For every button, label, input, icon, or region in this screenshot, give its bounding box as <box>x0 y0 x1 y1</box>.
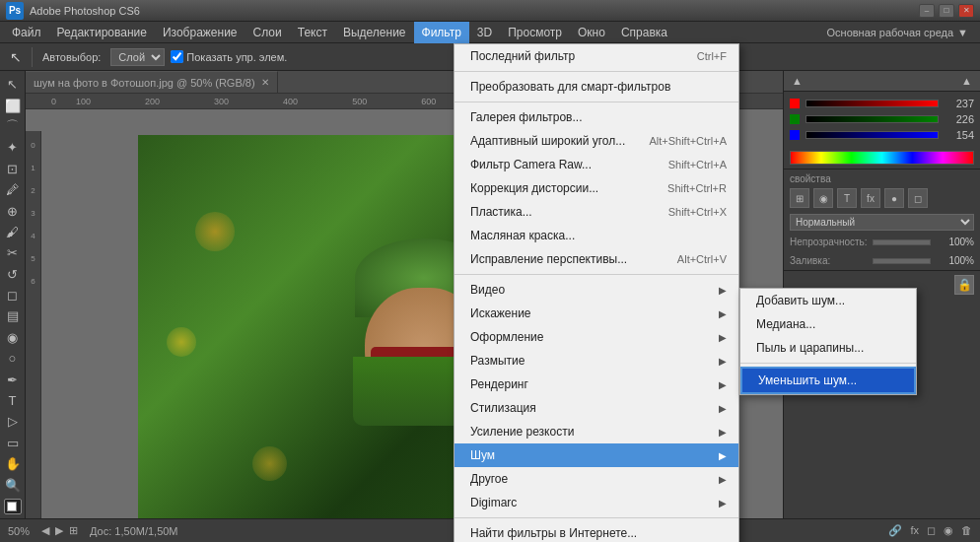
tool-wand[interactable]: ✦ <box>2 138 24 157</box>
tool-clone[interactable]: ✂ <box>2 243 24 262</box>
document-close[interactable]: ✕ <box>261 77 269 88</box>
filter-menu-perspective[interactable]: Исправление перспективы... Alt+Ctrl+V <box>455 247 738 271</box>
blend-mode-select[interactable]: Нормальный <box>790 214 974 231</box>
menu-edit[interactable]: Редактирование <box>49 22 155 43</box>
menu-file[interactable]: Файл <box>4 22 49 43</box>
tool-pen[interactable]: ✒ <box>2 370 24 388</box>
minimize-button[interactable]: – <box>919 4 935 18</box>
tool-type[interactable]: T <box>2 391 24 410</box>
filter-menu-digimarc[interactable]: Digimarc ▶ <box>455 491 738 514</box>
panel-icon-6[interactable]: ◻ <box>908 188 928 208</box>
document-tab[interactable]: шум на фото в Фотошоп.jpg @ 50% (RGB/8) … <box>26 71 278 93</box>
tool-gradient[interactable]: ▤ <box>2 306 24 325</box>
filter-dropdown-overlay: Последний фильтр Ctrl+F Преобразовать дл… <box>454 43 739 542</box>
color-spectrum[interactable] <box>790 151 974 165</box>
color-swatch-r <box>790 99 800 108</box>
tool-blur[interactable]: ◉ <box>2 328 24 347</box>
filter-menu-liquefy[interactable]: Пластика... Shift+Ctrl+X <box>455 200 738 224</box>
status-controls: ◀ ▶ ⊞ <box>41 524 78 537</box>
autoselect-dropdown[interactable]: Слой <box>110 48 165 66</box>
tool-shape[interactable]: ▭ <box>2 434 24 452</box>
tool-zoom[interactable]: 🔍 <box>2 475 24 494</box>
menu-layers[interactable]: Слои <box>245 22 290 43</box>
panel-icon-1[interactable]: ⊞ <box>790 188 809 208</box>
menu-separator-4 <box>455 517 738 518</box>
ruler-vertical: 0 1 2 3 4 5 6 <box>26 131 41 518</box>
tool-history[interactable]: ↺ <box>2 265 24 284</box>
fill-row: Заливка: 100% <box>784 251 980 270</box>
tool-dodge[interactable]: ○ <box>2 349 24 368</box>
menu-separator-1 <box>455 71 738 72</box>
color-row-b: 154 <box>790 129 974 141</box>
menu-help[interactable]: Справка <box>613 22 675 43</box>
menu-separator-2 <box>455 102 738 102</box>
noise-median[interactable]: Медиана... <box>740 312 916 336</box>
lock-icon[interactable]: 🔒 <box>954 275 974 295</box>
zoom-level: 50% <box>8 525 30 537</box>
tool-path-select[interactable]: ▷ <box>2 412 24 431</box>
filter-menu-stylize[interactable]: Оформление ▶ <box>455 325 738 349</box>
filter-menu-video[interactable]: Видео ▶ <box>455 278 738 302</box>
tool-heal[interactable]: ⊕ <box>2 201 24 220</box>
color-display: 237 226 154 <box>784 92 980 147</box>
menu-select[interactable]: Выделение <box>335 22 414 43</box>
tool-move[interactable]: ↖ <box>2 75 24 94</box>
menu-filter[interactable]: Фильтр <box>414 22 469 43</box>
tool-hand[interactable]: ✋ <box>2 454 24 473</box>
color-swatch-b <box>790 130 800 140</box>
menu-view[interactable]: Просмотр <box>500 22 570 43</box>
tool-brush[interactable]: 🖌 <box>2 223 24 241</box>
panel-icon-3[interactable]: T <box>837 188 857 208</box>
filter-menu-other[interactable]: Другое ▶ <box>455 467 738 491</box>
color-slider-r[interactable] <box>805 100 939 107</box>
menu-text[interactable]: Текст <box>290 22 335 43</box>
tool-foreground-color[interactable] <box>4 499 22 514</box>
filter-menu-last-filter[interactable]: Последний фильтр Ctrl+F <box>455 44 738 68</box>
noise-reduce[interactable]: Уменьшить шум... <box>740 367 916 394</box>
show-controls-checkbox[interactable]: Показать упр. элем. <box>171 50 287 63</box>
filter-menu-camera-raw[interactable]: Фильтр Camera Raw... Shift+Ctrl+A <box>455 153 738 176</box>
tool-lasso[interactable]: ⌒ <box>2 117 24 136</box>
status-right: 🔗 fx ◻ ◉ 🗑 <box>888 524 972 537</box>
filter-menu-oilpaint[interactable]: Масляная краска... <box>455 224 738 247</box>
opacity-slider[interactable] <box>873 239 931 245</box>
filter-dropdown-menu: Последний фильтр Ctrl+F Преобразовать дл… <box>454 43 739 542</box>
filter-menu-stylize2[interactable]: Стилизация ▶ <box>455 396 738 420</box>
tool-arrow[interactable]: ↖ <box>6 47 26 67</box>
tool-select-rect[interactable]: ⬜ <box>2 96 24 114</box>
menu-3d[interactable]: 3D <box>469 22 500 43</box>
filter-menu-gallery[interactable]: Галерея фильтров... <box>455 105 738 129</box>
noise-add[interactable]: Добавить шум... <box>740 289 916 312</box>
color-slider-b[interactable] <box>805 131 939 139</box>
filter-menu-findfilters[interactable]: Найти фильтры в Интернете... <box>455 521 738 542</box>
menu-window[interactable]: Окно <box>570 22 613 43</box>
menu-image[interactable]: Изображение <box>155 22 245 43</box>
filter-menu-distortion[interactable]: Коррекция дисторсии... Shift+Ctrl+R <box>455 176 738 200</box>
title-bar: Ps Adobe Photoshop CS6 – □ ✕ <box>0 0 980 22</box>
filter-menu-blur[interactable]: Размытие ▶ <box>455 349 738 373</box>
panel-icon-2[interactable]: ◉ <box>813 188 833 208</box>
noise-dust[interactable]: Пыль и царапины... <box>740 336 916 360</box>
panel-icons: ⊞ ◉ T fx ● ◻ <box>790 188 974 208</box>
tool-eyedropper[interactable]: 🖉 <box>2 180 24 199</box>
workspace-selector[interactable]: Основная рабочая среда ▼ <box>827 27 977 38</box>
maximize-button[interactable]: □ <box>939 4 954 18</box>
panel-icon-5[interactable]: ● <box>884 188 904 208</box>
color-slider-g[interactable] <box>805 115 939 123</box>
filter-menu-sharpen[interactable]: Усиление резкости ▶ <box>455 420 738 443</box>
fill-slider[interactable] <box>873 258 931 264</box>
close-button[interactable]: ✕ <box>958 4 974 18</box>
menu-bar: Файл Редактирование Изображение Слои Тек… <box>0 22 980 43</box>
filter-menu-distort[interactable]: Искажение ▶ <box>455 302 738 325</box>
color-row-g: 226 <box>790 113 974 125</box>
tool-crop[interactable]: ⊡ <box>2 160 24 178</box>
color-row-r: 237 <box>790 98 974 109</box>
filter-menu-noise[interactable]: Шум ▶ <box>455 443 738 467</box>
filter-menu-smart[interactable]: Преобразовать для смарт-фильтров <box>455 75 738 99</box>
noise-submenu: Добавить шум... Медиана... Пыль и царапи… <box>739 288 917 395</box>
panel-icon-4[interactable]: fx <box>861 188 880 208</box>
filter-menu-render[interactable]: Рендеринг ▶ <box>455 373 738 396</box>
tool-eraser[interactable]: ◻ <box>2 286 24 305</box>
window-controls: – □ ✕ <box>919 4 974 18</box>
filter-menu-adaptive[interactable]: Адаптивный широкий угол... Alt+Shift+Ctr… <box>455 129 738 153</box>
